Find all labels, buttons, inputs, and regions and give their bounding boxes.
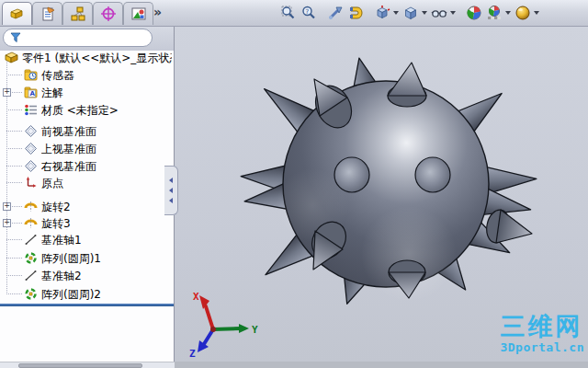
plane-icon: [24, 124, 38, 138]
tree-item-label: 传感器: [41, 68, 172, 84]
tree-item-cirpattern2[interactable]: 阵列(圆周)2: [0, 285, 174, 302]
tree-item-right-plane[interactable]: 右视基准面: [0, 157, 174, 174]
display-style-button[interactable]: [401, 2, 429, 24]
tree-item-cirpattern1[interactable]: 阵列(圆周)1: [0, 249, 174, 266]
hide-show-items-dropdown-arrow[interactable]: [450, 11, 456, 15]
top-toolbar: » ?: [0, 0, 588, 27]
tree-item-label: 旋转3: [41, 216, 172, 232]
feature-tree: 零件1 (默认<<默认>_显示状态传感器+A注解材质 <未指定>前视基准面上视基…: [0, 26, 174, 337]
rollback-bar[interactable]: [0, 304, 174, 306]
view-orientation-dropdown-arrow[interactable]: [393, 11, 399, 15]
configuration-icon: [70, 6, 86, 22]
axis-icon: [24, 269, 38, 282]
svg-text:?: ?: [306, 8, 310, 16]
plane-icon: [24, 142, 38, 155]
tree-branch-line: [6, 275, 22, 276]
revolve-icon: [24, 216, 38, 230]
view-toolbar: ?: [278, 0, 541, 26]
tree-item-label: 右视基准面: [41, 159, 172, 175]
apply-scene-dropdown-arrow[interactable]: [505, 11, 511, 15]
watermark-line1: 三维网: [500, 314, 584, 339]
view-settings-icon: [514, 5, 531, 21]
tree-item-label: 阵列(圆周)1: [41, 251, 172, 267]
view-orientation-icon: [374, 5, 390, 21]
triad-x-label: X: [193, 291, 199, 303]
hide-show-items-button[interactable]: [429, 2, 458, 24]
tree-item-label: 基准轴2: [41, 269, 172, 284]
apply-scene-button[interactable]: [484, 2, 513, 24]
tree-item-material[interactable]: 材质 <未指定>: [0, 101, 174, 118]
tree-item-revolve3[interactable]: +旋转3: [0, 214, 174, 231]
tree-item-label: 上视基准面: [41, 142, 172, 157]
tree-item-label: 前视基准面: [41, 124, 172, 140]
tree-branch-line: [6, 148, 22, 149]
zoom-to-area-icon: ?: [300, 5, 317, 21]
tab-overflow-chevron[interactable]: »: [153, 5, 162, 19]
tab-propertymanager[interactable]: [32, 2, 62, 25]
tree-item-label: 注解: [41, 86, 172, 101]
tree-item-origin[interactable]: 原点: [0, 174, 174, 190]
tree-item-label: 旋转2: [41, 200, 172, 215]
tree-item-axis2[interactable]: 基准轴2: [0, 267, 174, 283]
pattern-icon: [24, 287, 38, 301]
section-view-button[interactable]: [345, 2, 366, 24]
property-icon: [40, 6, 56, 22]
tree-item-part1[interactable]: 零件1 (默认<<默认>_显示状态: [0, 49, 174, 65]
tree-item-top-plane[interactable]: 上视基准面: [0, 140, 174, 156]
tree-branch-line: [6, 109, 22, 110]
material-icon: [24, 103, 38, 117]
tree-item-label: 零件1 (默认<<默认>_显示状态: [22, 51, 172, 66]
tree-item-sensors[interactable]: 传感器: [0, 66, 174, 83]
expand-toggle[interactable]: +: [3, 88, 11, 97]
tree-branch-line: [6, 131, 22, 132]
panel-horizontal-scrollbar[interactable]: [0, 362, 175, 368]
revolve-icon: [24, 200, 38, 213]
tree-branch-line: [6, 166, 22, 167]
view-settings-dropdown-arrow[interactable]: [534, 11, 539, 15]
feature-tree-icon: [9, 6, 26, 22]
plane-icon: [24, 159, 38, 173]
tab-featuremanager[interactable]: [2, 2, 32, 25]
tree-item-label: 材质 <未指定>: [41, 103, 172, 119]
tree-branch-line: [6, 258, 22, 259]
dimxpert-icon: [100, 6, 117, 22]
edit-appearance-button[interactable]: [464, 2, 484, 24]
section-view-icon: [347, 5, 364, 21]
graphics-area[interactable]: X Y Z 三维网 3Dportal.cn: [175, 26, 588, 362]
tab-displaymanager[interactable]: [123, 2, 153, 25]
annotations-icon: A: [24, 86, 38, 99]
edit-appearance-icon: [466, 5, 482, 21]
view-orientation-button[interactable]: [372, 2, 401, 24]
tree-branch-line: [6, 239, 22, 240]
sensors-icon: [24, 68, 38, 82]
origin-icon: [24, 176, 38, 190]
part-icon: [5, 51, 18, 64]
display-style-icon: [402, 5, 419, 21]
tree-item-revolve2[interactable]: +旋转2: [0, 198, 174, 214]
display-style-dropdown-arrow[interactable]: [422, 11, 427, 15]
tree-item-axis1[interactable]: 基准轴1: [0, 231, 174, 247]
reference-triad: X Y Z: [187, 288, 270, 362]
previous-view-button[interactable]: [325, 2, 345, 24]
expand-toggle[interactable]: +: [3, 202, 11, 211]
zoom-to-fit-icon: [280, 5, 297, 21]
tree-item-front-plane[interactable]: 前视基准面: [0, 122, 174, 139]
view-settings-button[interactable]: [513, 2, 541, 24]
triad-z-label: Z: [189, 348, 196, 360]
watermark-line2: 3Dportal.cn: [500, 340, 584, 354]
scrollbar-thumb[interactable]: [18, 363, 142, 368]
expand-toggle[interactable]: +: [3, 219, 11, 227]
panel-splitter-handle[interactable]: [164, 166, 178, 215]
pattern-icon: [24, 251, 38, 265]
tab-dimxpertmanager[interactable]: [93, 2, 123, 25]
watermark: 三维网 3Dportal.cn: [500, 314, 584, 354]
tree-item-annotations[interactable]: +A注解: [0, 84, 174, 100]
zoom-to-area-button[interactable]: ?: [299, 2, 319, 24]
zoom-to-fit-button[interactable]: [278, 2, 299, 24]
tree-item-label: 基准轴1: [41, 233, 172, 248]
tab-configurationmanager[interactable]: [62, 2, 93, 25]
tree-branch-line: [6, 75, 22, 75]
previous-view-icon: [327, 5, 344, 21]
feature-manager-panel: 零件1 (默认<<默认>_显示状态传感器+A注解材质 <未指定>前视基准面上视基…: [0, 26, 175, 362]
apply-scene-icon: [486, 5, 503, 21]
